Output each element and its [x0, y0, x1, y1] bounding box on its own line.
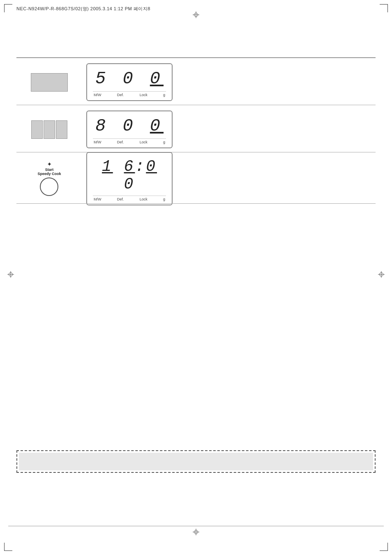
- display-labels-2: M/W Def. Lock g: [93, 138, 166, 144]
- crosshair-bottom: [193, 529, 199, 535]
- display-panel-2: 8 0 0 M/W Def. Lock g: [86, 111, 173, 148]
- label-mw-3: M/W: [94, 197, 101, 201]
- instruction-row-1: 5 0 0 M/W Def. Lock g: [16, 60, 376, 105]
- start-label-start: Start: [45, 168, 54, 172]
- label-lock-2: Lock: [140, 140, 148, 144]
- top-divider: [16, 58, 376, 58]
- display-digits-3: 1 6:0 0: [93, 158, 166, 193]
- dashed-box-inner: [19, 453, 373, 470]
- crosshair-mid-left: [7, 271, 14, 278]
- label-g-3: g: [163, 197, 165, 201]
- label-g-1: g: [163, 93, 165, 97]
- rect-small-2: [44, 120, 55, 139]
- bottom-divider: [8, 526, 384, 526]
- display-digits-2: 8 0 0: [93, 116, 166, 136]
- start-arrow-icon: ✦: [47, 161, 51, 167]
- display-labels-3: M/W Def. Lock g: [93, 196, 166, 201]
- label-g-2: g: [163, 140, 165, 144]
- crosshair-top: [193, 12, 199, 18]
- corner-mark-bl: [4, 543, 12, 551]
- label-mw-1: M/W: [94, 93, 101, 97]
- rect-small-3: [56, 120, 67, 139]
- icon-area-1: [16, 73, 82, 92]
- icon-area-2: [16, 120, 82, 139]
- label-mw-2: M/W: [94, 140, 101, 144]
- instruction-row-3: ✦ Start Speedy Cook 1 6:0 0 M/W Def. Loc…: [16, 154, 376, 203]
- label-lock-1: Lock: [140, 93, 148, 97]
- divider-3-end: [16, 203, 376, 204]
- display-panel-1: 5 0 0 M/W Def. Lock g: [86, 63, 173, 101]
- corner-mark-br: [380, 543, 388, 551]
- display-labels-1: M/W Def. Lock g: [93, 91, 166, 97]
- instruction-row-2: 8 0 0 M/W Def. Lock g: [16, 107, 376, 152]
- main-content: 5 0 0 M/W Def. Lock g 8 0 0: [16, 35, 376, 522]
- crosshair-mid-right: [378, 271, 385, 278]
- start-circle-button[interactable]: [40, 177, 58, 196]
- start-label-speedy-cook: Speedy Cook: [37, 172, 61, 176]
- corner-mark-tl: [4, 4, 12, 12]
- corner-mark-tr: [380, 4, 388, 12]
- rect-small-1: [31, 120, 43, 139]
- label-def-3: Def.: [117, 197, 124, 201]
- dashed-info-box: [16, 450, 376, 473]
- divider-1-2: [16, 105, 376, 105]
- triple-button-icon: [31, 120, 67, 139]
- label-def-2: Def.: [117, 140, 124, 144]
- start-button-area: ✦ Start Speedy Cook: [37, 161, 61, 196]
- page-header: NEC-N924W/P-R-868G7S/02(영) 2005.3.14 1:1…: [16, 6, 150, 12]
- label-lock-3: Lock: [140, 197, 148, 201]
- label-def-1: Def.: [117, 93, 124, 97]
- single-button-icon: [31, 73, 68, 92]
- display-panel-3: 1 6:0 0 M/W Def. Lock g: [86, 152, 173, 205]
- icon-area-3: ✦ Start Speedy Cook: [16, 161, 82, 196]
- display-digits-1: 5 0 0: [93, 69, 166, 89]
